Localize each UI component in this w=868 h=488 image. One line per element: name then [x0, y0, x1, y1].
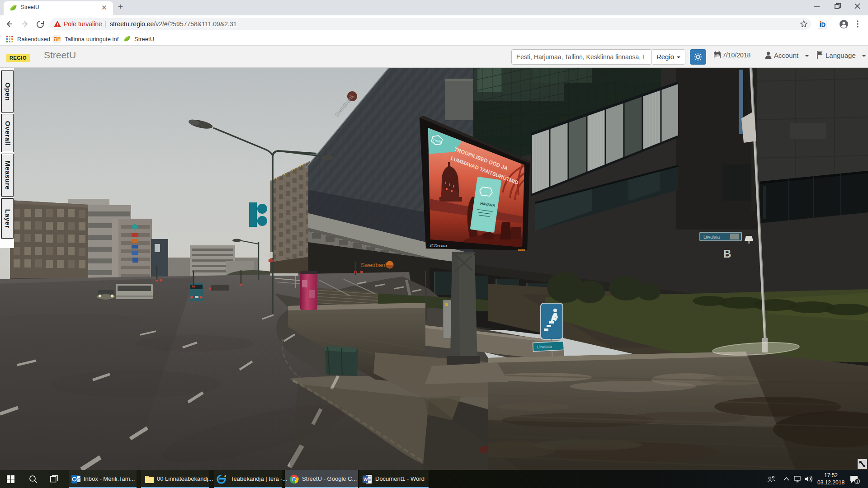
svg-text:W: W — [363, 477, 368, 482]
svg-text:T: T — [54, 38, 57, 42]
svg-text:Liivalaia: Liivalaia — [703, 235, 720, 239]
svg-text:1: 1 — [856, 479, 859, 484]
svg-text:JCDecaux: JCDecaux — [429, 244, 448, 248]
svg-text:n: n — [58, 38, 60, 42]
svg-text:Liivalaia: Liivalaia — [537, 344, 552, 350]
svg-text:Swedbank: Swedbank — [361, 262, 388, 268]
svg-text:B: B — [723, 248, 731, 260]
